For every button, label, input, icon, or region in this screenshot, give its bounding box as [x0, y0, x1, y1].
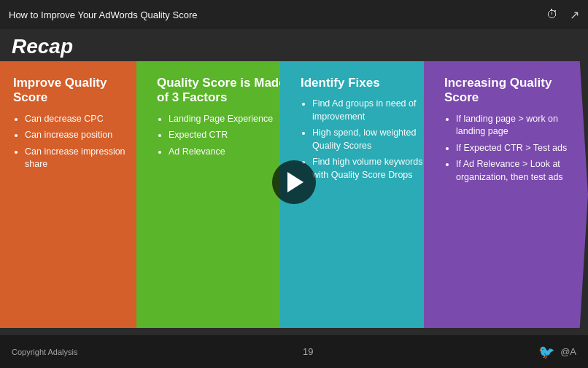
list-item: Can increase position	[25, 129, 142, 142]
arrow-orange-title: Improve Quality Score	[13, 76, 142, 106]
list-item: Landing Page Experience	[169, 113, 286, 126]
arrow-orange-content: Improve Quality Score Can decrease CPC C…	[10, 76, 142, 175]
page-number: 19	[303, 346, 313, 357]
play-button[interactable]	[272, 160, 316, 204]
share-icon[interactable]: ↗	[570, 8, 579, 22]
social-icons: 🐦 @A	[538, 344, 576, 360]
twitter-icon[interactable]: 🐦	[538, 344, 554, 360]
arrow-purple-title: Increasing Quality Score	[444, 76, 573, 106]
arrow-improve-quality: Improve Quality Score Can decrease CPC C…	[0, 61, 157, 328]
video-title: How to Improve Your AdWords Quality Scor…	[9, 9, 197, 20]
list-item: If Expected CTR > Test ads	[456, 142, 573, 155]
list-item: Ad Relevance	[169, 146, 286, 159]
arrow-purple-content: Increasing Quality Score If landing page…	[441, 76, 573, 187]
list-item: If landing page > work on landing page	[456, 113, 573, 138]
clock-icon[interactable]: ⏱	[546, 8, 558, 22]
arrow-green-title: Quality Score is Made of 3 Factors	[157, 76, 286, 106]
list-item: High spend, low weighted Quality Scores	[312, 127, 430, 152]
arrow-increasing-quality-score: Increasing Quality Score If landing page…	[424, 61, 588, 328]
list-item: If Ad Relevance > Look at organization, …	[456, 158, 573, 184]
list-item: Find Ad groups in need of improvement	[312, 98, 430, 123]
list-item: Expected CTR	[169, 129, 286, 142]
arrow-teal-list: Find Ad groups in need of improvement Hi…	[301, 98, 430, 181]
arrow-green-content: Quality Score is Made of 3 Factors Landi…	[154, 76, 286, 162]
video-area: Recap Improve Quality Score Can decrease…	[0, 29, 588, 335]
list-item: Can decrease CPC	[25, 113, 142, 126]
copyright-text: Copyright Adalysis	[12, 348, 78, 356]
at-handle: @A	[560, 346, 576, 357]
arrow-green-list: Landing Page Experience Expected CTR Ad …	[157, 113, 286, 159]
play-triangle-icon	[287, 172, 303, 192]
list-item: Can increase impression share	[25, 146, 142, 171]
bottom-bar: Copyright Adalysis 19 🐦 @A	[0, 335, 588, 368]
arrow-orange-list: Can decrease CPC Can increase position C…	[13, 113, 142, 171]
arrow-teal-content: Identify Fixes Find Ad groups in need of…	[298, 76, 430, 185]
top-bar-icons: ⏱ ↗	[546, 8, 579, 22]
arrow-purple-list: If landing page > work on landing page I…	[444, 113, 573, 184]
top-bar: How to Improve Your AdWords Quality Scor…	[0, 0, 588, 29]
arrow-teal-title: Identify Fixes	[301, 76, 430, 90]
list-item: Find high volume keywords with Quality S…	[312, 156, 430, 181]
slide-header: Recap	[0, 29, 588, 61]
